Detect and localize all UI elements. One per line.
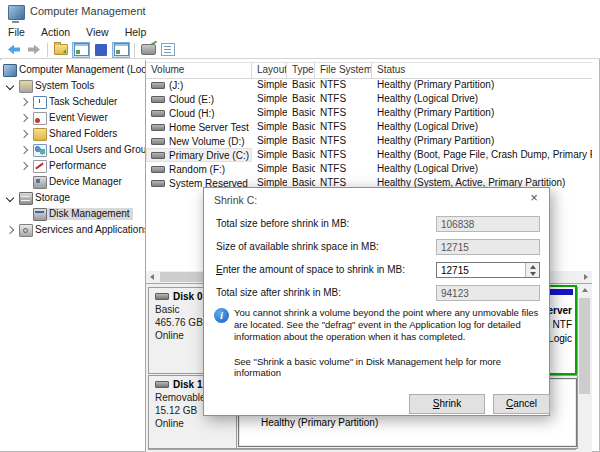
fields-icon[interactable] [159,42,177,58]
menu-file[interactable]: File [0,24,33,38]
tree-item-label: Event Viewer [47,112,111,124]
forward-icon-glyph [28,45,40,55]
chevron-right-icon[interactable] [20,146,28,154]
toolbar-separator [47,43,48,57]
scroll-right-icon[interactable] [584,274,588,280]
volume-name: (J:) [169,80,183,91]
title-bar: Computer Management [0,0,600,24]
dialog-info-text: You cannot shrink a volume beyond the po… [234,307,548,343]
volume-name-cell: Primary Drive (C:) [146,148,252,162]
column-header-layout[interactable]: Layout [252,63,287,78]
chevron-right-icon[interactable] [20,98,28,106]
column-header-file-system[interactable]: File System [315,63,372,78]
back-icon[interactable] [5,42,23,58]
table-row[interactable]: (J:)SimpleBasicNTFSHealthy (Primary Part… [146,78,592,92]
dialog-help-text: See "Shrink a basic volume" in Disk Mana… [234,356,544,378]
table-row[interactable]: Primary Drive (C:)SimpleBasicNTFSHealthy… [146,148,592,162]
chevron-down-icon[interactable] [6,82,14,90]
column-header-type[interactable]: Type [287,63,315,78]
tree-item-label: Computer Management (Local [17,64,146,76]
volume-name: Cloud (H:) [169,108,215,119]
show-action-pane-icon[interactable] [112,42,130,58]
filesystem-cell: NTFS [315,120,372,134]
tree-item-storage[interactable]: Storage [0,190,145,206]
partition-status-text: Healthy (Primary Partition) [261,417,378,428]
column-header-volume[interactable]: Volume [146,63,252,78]
tree-item-services-and-applications[interactable]: Services and Applications [0,222,145,238]
volume-name-cell: New Volume (D:) [146,134,252,148]
readonly-value-field: 94123 [436,285,540,301]
fields-icon-glyph [161,43,175,56]
toolbar-separator [134,43,135,57]
tree-item-computer-management-local[interactable]: Computer Management (Local [0,62,145,78]
table-row[interactable]: Home Server Test (G:)SimpleBasicNTFSHeal… [146,120,592,134]
menu-bar: FileActionViewHelp [0,24,600,41]
info-icon: i [214,308,229,323]
chevron-right-icon[interactable] [20,130,28,138]
device-tool-icon-glyph [141,44,156,55]
type-cell: Basic [287,162,315,176]
menu-view[interactable]: View [78,24,117,38]
spinner-down-icon[interactable] [526,270,539,277]
volume-name: Home Server Test (G:) [169,122,252,133]
chevron-right-icon[interactable] [20,162,28,170]
volume-name-cell: Cloud (H:) [146,106,252,120]
tree-item-event-viewer[interactable]: Event Viewer [0,110,145,126]
computer-management-window: Computer Management FileActionViewHelp C… [0,0,600,452]
tree-item-label: Performance [47,160,109,172]
readonly-value-field: 12715 [436,239,540,255]
help-icon-glyph [95,44,107,56]
tree-item-label: Disk Management [47,208,133,220]
shrink-amount-input[interactable]: 12715 [436,262,540,278]
show-console-tree-icon[interactable] [72,42,90,58]
scroll-up-icon[interactable] [582,288,588,292]
services-icon [19,224,33,237]
diskview-vscrollbar[interactable] [578,284,591,448]
volume-icon [151,110,165,117]
tree-item-local-users-and-groups[interactable]: Local Users and Groups [0,142,145,158]
column-header-status[interactable]: Status [372,63,592,78]
volume-name-cell: Random (F:) [146,162,252,176]
type-cell: Basic [287,120,315,134]
type-cell: Basic [287,134,315,148]
dialog-field-label: Size of available shrink space in MB: [216,241,379,252]
shrink-button[interactable]: Shrink [409,394,485,414]
cancel-button[interactable]: Cancel [493,394,550,414]
spinner-control[interactable] [525,263,539,277]
tree-item-device-manager[interactable]: Device Manager [0,174,145,190]
filesystem-cell: NTFS [315,162,372,176]
tree-item-task-scheduler[interactable]: Task Scheduler [0,94,145,110]
chevron-right-icon[interactable] [20,114,28,122]
help-icon[interactable] [92,42,110,58]
volume-icon [151,124,165,131]
table-row[interactable]: New Volume (D:)SimpleBasicNTFSHealthy (P… [146,134,592,148]
tree-item-disk-management[interactable]: Disk Management [0,206,145,222]
filesystem-cell: NTFS [315,92,372,106]
event-viewer-icon [33,112,47,125]
volume-icon [151,152,165,159]
tree-item-label: Services and Applications [33,224,146,236]
volume-name: New Volume (D:) [169,136,245,147]
close-icon[interactable]: × [525,190,543,206]
layout-cell: Simple [252,148,287,162]
device-tool-icon[interactable] [139,42,157,58]
tree-item-label: Device Manager [47,176,125,188]
table-row[interactable]: Random (F:)SimpleBasicNTFSHealthy (Logic… [146,162,592,176]
tree-item-shared-folders[interactable]: Shared Folders [0,126,145,142]
tree-item-label: Shared Folders [47,128,120,140]
export-folder-icon[interactable] [52,42,70,58]
chevron-down-icon[interactable] [6,194,14,202]
volume-list-header: VolumeLayoutTypeFile SystemStatus [146,62,592,79]
menu-help[interactable]: Help [117,24,155,38]
status-cell: Healthy (Logical Drive) [372,92,592,106]
table-row[interactable]: Cloud (E:)SimpleBasicNTFSHealthy (Logica… [146,92,592,106]
menu-action[interactable]: Action [33,24,78,38]
table-row[interactable]: Cloud (H:)SimpleBasicNTFSHealthy (Primar… [146,106,592,120]
vscroll-thumb[interactable] [579,298,590,394]
tree-item-performance[interactable]: Performance [0,158,145,174]
type-cell: Basic [287,148,315,162]
tree-item-system-tools[interactable]: System Tools [0,78,145,94]
forward-icon[interactable] [25,42,43,58]
scroll-left-icon[interactable] [150,274,154,280]
chevron-right-icon[interactable] [6,226,14,234]
